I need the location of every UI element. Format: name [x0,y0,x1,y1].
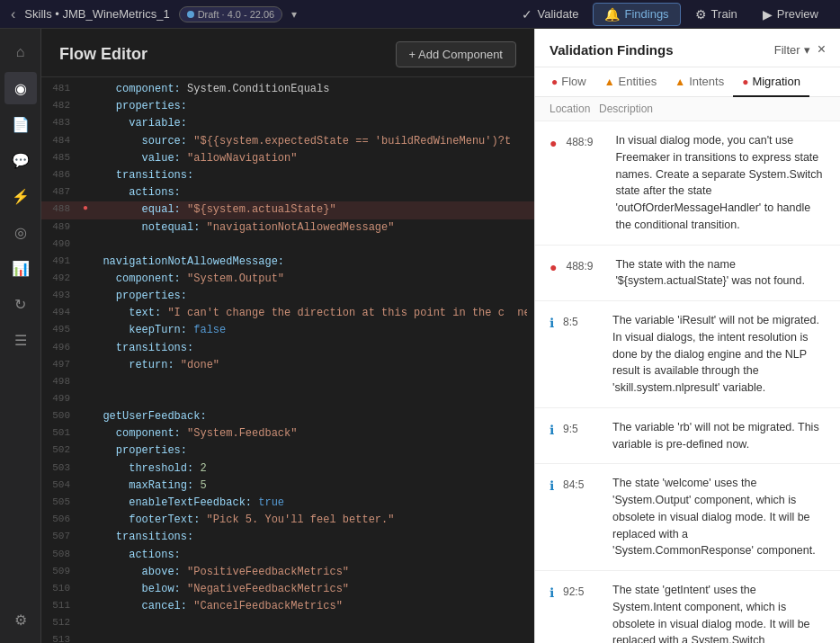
finding-item: ●488:9In visual dialog mode, you can't u… [535,121,840,246]
line-number: 496 [49,340,81,356]
col-location-header: Location [550,103,599,115]
code-line: 494 text: "I can't change the direction … [41,305,534,322]
finding-location: 9:5 [563,421,603,437]
line-number: 491 [49,254,81,270]
finding-description: In visual dialog mode, you can't use Fre… [615,132,826,234]
train-button[interactable]: ⚙ Train [684,4,748,25]
sidebar-flow[interactable]: ⚡ [4,180,37,212]
line-number: 490 [49,237,81,253]
findings-list: ●488:9In visual dialog mode, you can't u… [535,121,840,643]
code-area[interactable]: 481 component: System.ConditionEquals482… [41,77,534,643]
code-line: 512 [41,615,534,632]
code-line: 488● equal: "${system.actualState}" [41,201,534,219]
line-number: 511 [49,598,81,614]
line-number: 493 [49,288,81,304]
back-button[interactable]: ‹ [11,6,15,22]
tab-migration[interactable]: ● Migration [733,67,809,97]
sidebar-chat[interactable]: 💬 [4,144,37,176]
validate-button[interactable]: ✓ Validate [511,4,589,25]
line-content: threshold: 2 [90,460,527,478]
code-line: 504 maxRating: 5 [41,478,534,495]
code-line: 489 notequal: "navigationNotAllowedMessa… [41,219,534,237]
finding-item: ℹ8:5The variable 'iResult' will not be m… [535,301,840,408]
line-number: 506 [49,512,81,528]
finding-location: 92:5 [563,584,603,600]
validate-label: Validate [537,7,578,21]
code-line: 508 actions: [41,547,534,564]
tab-flow[interactable]: ● Flow [542,67,595,97]
preview-button[interactable]: ▶ Preview [752,4,829,25]
finding-description: The variable 'iResult' will not be migra… [612,312,826,397]
line-number: 485 [49,150,81,166]
sidebar-settings[interactable]: ⚙ [4,603,37,636]
code-line: 486 transitions: [41,167,534,184]
code-line: 501 component: "System.Feedback" [41,425,534,442]
findings-button[interactable]: 🔔 Findings [593,3,680,26]
line-number: 505 [49,495,81,511]
code-line: 506 footerText: "Pick 5. You'll feel bet… [41,512,534,529]
flow-editor: Flow Editor + Add Component 481 componen… [41,29,534,643]
add-component-button[interactable]: + Add Component [396,41,516,67]
finding-description: The state 'welcome' uses the 'System.Out… [612,475,826,559]
info-icon: ℹ [550,584,554,603]
filter-chevron-icon: ▾ [804,43,810,57]
line-content: value: "allowNavigation" [90,150,527,167]
preview-label: Preview [777,7,818,21]
finding-location: 84:5 [563,477,603,493]
sidebar-list[interactable]: ☰ [4,324,37,356]
info-icon: ℹ [550,421,554,440]
tab-entities-label: Entities [619,75,657,88]
line-content: getUserFeedback: [90,408,527,425]
line-number: 487 [49,184,81,201]
line-content: below: "NegativeFeedbackMetrics" [90,581,527,598]
tab-intents[interactable]: ▲ Intents [666,67,733,97]
code-line: 485 value: "allowNavigation" [41,150,534,167]
code-line: 482 properties: [41,98,534,115]
vp-header: Validation Findings Filter ▾ × [535,29,840,67]
validate-icon: ✓ [522,7,532,22]
draft-label: Draft · 4.0 - 22.06 [198,9,275,20]
code-line: 487 actions: [41,184,534,201]
sidebar-refresh[interactable]: ↻ [4,288,37,320]
line-content: transitions: [90,167,527,184]
finding-item: ●488:9The state with the name '${system.… [535,246,840,302]
filter-button[interactable]: Filter ▾ [774,43,810,57]
line-number: 504 [49,478,81,494]
sidebar-chart[interactable]: 📊 [4,252,37,284]
line-number: 489 [49,219,81,236]
line-number: 482 [49,98,81,114]
draft-dot [187,11,194,18]
line-content: component: System.ConditionEquals [90,81,527,98]
finding-location: 8:5 [563,314,603,330]
code-line: 496 transitions: [41,340,534,357]
line-content: properties: [90,442,527,460]
code-line: 510 below: "NegativeFeedbackMetrics" [41,581,534,598]
sidebar-target[interactable]: ◎ [4,216,37,248]
line-number: 497 [49,357,81,373]
code-line: 493 properties: [41,288,534,305]
sidebar-file[interactable]: 📄 [4,108,37,140]
intents-warn-icon: ▲ [675,76,685,88]
line-number: 492 [49,271,81,287]
close-button[interactable]: × [818,41,826,58]
finding-location: 488:9 [566,134,606,150]
line-number: 510 [49,581,81,597]
tab-entities[interactable]: ▲ Entities [595,67,666,97]
finding-location: 488:9 [566,258,606,274]
sidebar-home[interactable]: ⌂ [4,36,37,68]
finding-description: The state with the name '${system.actual… [615,256,826,290]
sidebar-circle[interactable]: ◉ [4,72,37,104]
code-line: 500 getUserFeedback: [41,408,534,425]
line-number: 508 [49,547,81,563]
line-number: 513 [49,632,81,643]
code-line: 502 properties: [41,442,534,460]
tab-flow-label: Flow [561,75,585,88]
vp-title: Validation Findings [550,42,674,58]
chevron-down-icon[interactable]: ▾ [291,8,297,21]
line-content: properties: [90,98,527,115]
entities-warn-icon: ▲ [604,76,615,88]
line-content: variable: [90,115,527,132]
code-line: 509 above: "PositiveFeedbackMetrics" [41,564,534,581]
flow-editor-title: Flow Editor [59,45,147,64]
findings-icon: 🔔 [604,7,620,22]
